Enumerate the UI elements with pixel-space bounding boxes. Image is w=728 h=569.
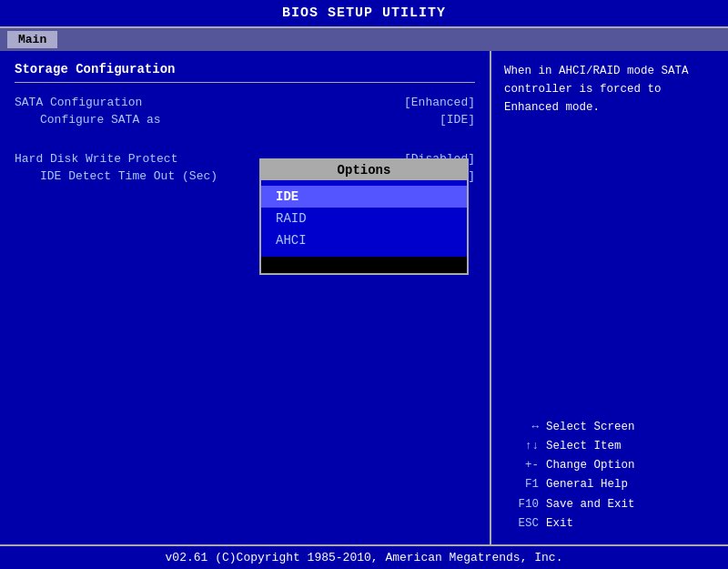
options-list: IDE RAID AHCI: [261, 180, 467, 257]
options-popup: Options IDE RAID AHCI: [259, 158, 469, 275]
configure-sata-label: Configure SATA as: [27, 113, 161, 127]
key-f10: F10: [504, 495, 539, 514]
option-ahci[interactable]: AHCI: [261, 229, 467, 251]
options-popup-title: Options: [261, 160, 467, 180]
key-f1: F1: [504, 475, 539, 494]
configure-sata-row: Configure SATA as [IDE]: [15, 113, 475, 139]
option-raid[interactable]: RAID: [261, 208, 467, 229]
key-f10-desc: Save and Exit: [546, 495, 635, 514]
key-row-f1: F1 General Help: [504, 475, 715, 494]
key-select-item-desc: Select Item: [546, 437, 622, 456]
options-footer: [261, 257, 467, 273]
left-panel: Storage Configuration SATA Configuration…: [0, 51, 491, 544]
key-esc: ESC: [504, 514, 539, 533]
option-ide[interactable]: IDE: [261, 186, 467, 208]
key-change-option-desc: Change Option: [546, 456, 635, 475]
bios-title: BIOS SETUP UTILITY: [282, 5, 446, 21]
key-updown: ↑↓: [504, 437, 539, 456]
key-arrows: ↔: [504, 418, 539, 437]
key-row-esc: ESC Exit: [504, 514, 715, 533]
key-plusminus: +-: [504, 456, 539, 475]
key-esc-desc: Exit: [546, 514, 573, 533]
key-select-screen-desc: Select Screen: [546, 418, 635, 437]
key-row-select-screen: ↔ Select Screen: [504, 418, 715, 437]
bios-screen: BIOS SETUP UTILITY Main Storage Configur…: [0, 0, 728, 569]
tab-bar: Main: [0, 28, 728, 51]
key-row-select-item: ↑↓ Select Item: [504, 437, 715, 456]
sata-config-value: [Enhanced]: [404, 96, 475, 109]
tab-main[interactable]: Main: [7, 31, 57, 48]
ide-timeout-label: IDE Detect Time Out (Sec): [27, 169, 217, 183]
section-divider: [15, 82, 475, 83]
title-bar: BIOS SETUP UTILITY: [0, 0, 728, 28]
key-row-change-option: +- Change Option: [504, 456, 715, 475]
key-f1-desc: General Help: [546, 475, 628, 494]
key-bindings: ↔ Select Screen ↑↓ Select Item +- Change…: [504, 418, 715, 534]
sata-config-label: SATA Configuration: [15, 96, 142, 109]
configure-sata-value: [IDE]: [440, 113, 475, 139]
key-row-f10: F10 Save and Exit: [504, 495, 715, 514]
hd-write-protect-label: Hard Disk Write Protect: [15, 152, 177, 166]
section-title: Storage Configuration: [15, 62, 475, 76]
sata-config-row: SATA Configuration [Enhanced]: [15, 96, 475, 109]
help-text: When in AHCI/RAID mode SATA controller i…: [504, 62, 715, 117]
right-panel: When in AHCI/RAID mode SATA controller i…: [491, 51, 728, 544]
main-content: Storage Configuration SATA Configuration…: [0, 51, 728, 544]
footer-text: v02.61 (C)Copyright 1985-2010, American …: [166, 551, 563, 564]
footer: v02.61 (C)Copyright 1985-2010, American …: [0, 544, 728, 569]
